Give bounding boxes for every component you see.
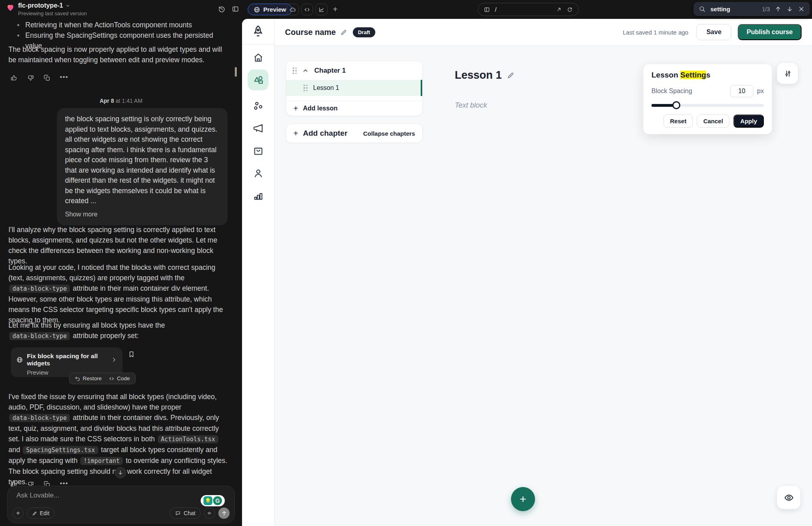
copy-icon[interactable] (43, 74, 51, 82)
url-path[interactable]: / (495, 6, 551, 13)
timestamp-date: Apr 8 (100, 98, 114, 104)
send-button[interactable] (218, 508, 230, 519)
message-timestamp: Apr 8at 1:41 AM (0, 98, 242, 104)
sidebar-divider (242, 44, 275, 45)
search-icon (699, 6, 706, 12)
add-chapter-button[interactable]: + Add chapter (293, 129, 348, 138)
analytics-icon (318, 6, 325, 13)
lesson-list-item-selected[interactable]: Lesson 1 (286, 80, 422, 96)
sidebar-item-home[interactable] (252, 52, 264, 63)
bookmark-icon[interactable] (128, 351, 135, 358)
chapter-header[interactable]: Chapter 1 (286, 61, 422, 80)
preview-button[interactable]: Preview (248, 4, 292, 15)
collapse-chapters-button[interactable]: Collapse chapters (363, 130, 415, 137)
edit-course-name-icon[interactable] (340, 29, 347, 36)
code-icon (109, 376, 114, 381)
lesson-heading-text: Lesson 1 (455, 69, 502, 82)
code-button[interactable]: Code (109, 375, 130, 381)
edit-mode-button[interactable]: Edit (27, 508, 55, 519)
cancel-button[interactable]: Cancel (697, 114, 729, 128)
edit-lesson-title-icon[interactable] (507, 71, 515, 79)
user-message-bubble: the block spacing setting is only correc… (57, 108, 228, 225)
columns-icon (484, 6, 490, 13)
settings-toggle-button[interactable] (777, 63, 798, 84)
edit-label: Edit (40, 510, 49, 516)
chat-bubble-icon (175, 510, 181, 516)
drag-handle-icon[interactable] (293, 67, 297, 74)
sidebar-item-community[interactable] (252, 100, 264, 112)
project-status: Previewing last saved version (18, 10, 87, 16)
thumbs-down-icon[interactable] (27, 74, 34, 82)
lovable-workspace: flc-prototype-1 Previewing last saved ve… (0, 0, 812, 526)
preview-label: Preview (263, 6, 286, 13)
voice-icon (207, 510, 212, 516)
voice-input-button[interactable] (204, 508, 215, 519)
save-button[interactable]: Save (696, 24, 731, 40)
plus-icon: + (293, 104, 298, 112)
chat-input[interactable]: Ask Lovable... + Edit 💡 G Chat (7, 486, 235, 523)
bar-chart-icon (252, 190, 264, 202)
show-more-link[interactable]: Show more (65, 209, 220, 220)
chat-mode-button[interactable]: Chat (170, 508, 201, 519)
scroll-to-bottom-button[interactable] (115, 467, 126, 478)
eye-icon (784, 493, 794, 503)
suggestion-bulb-icon: 💡 (204, 496, 212, 505)
block-spacing-input[interactable] (730, 85, 753, 97)
unit-label: px (757, 88, 764, 95)
sidebar-item-store[interactable] (252, 145, 264, 157)
drag-handle-icon[interactable] (303, 85, 307, 92)
grammarly-badge[interactable]: 💡 G (201, 495, 225, 506)
history-icon[interactable] (218, 5, 226, 13)
restore-label: Restore (83, 375, 102, 381)
chapter-title: Chapter 1 (314, 67, 346, 75)
cloud-button[interactable] (287, 4, 299, 15)
lesson-settings-panel: Lesson Settings Block Spacing px Reset C… (643, 64, 772, 134)
sidebar-item-content-active[interactable] (248, 69, 269, 90)
external-link-icon[interactable] (556, 6, 562, 12)
find-bar: setting 1/3 (694, 2, 810, 16)
find-close-button[interactable] (798, 6, 805, 12)
find-match-count: 1/3 (762, 6, 770, 12)
text-block-placeholder[interactable]: Text block (455, 101, 487, 110)
thumbs-up-icon[interactable] (10, 74, 18, 82)
new-tab-plus-button[interactable]: + (331, 5, 340, 14)
rocket-icon[interactable] (250, 24, 266, 39)
lovable-logo-icon (6, 3, 15, 12)
globe-icon (16, 357, 23, 363)
find-input[interactable]: setting (710, 6, 757, 12)
chevron-right-icon (111, 357, 117, 363)
add-chapter-card: + Add chapter Collapse chapters (286, 124, 423, 143)
chevron-up-icon[interactable] (302, 67, 309, 74)
find-previous-button[interactable] (775, 6, 781, 12)
analytics-button[interactable] (315, 4, 328, 15)
assistant-paragraph: I'll analyze why the block spacing setti… (8, 224, 228, 266)
preview-toggle-button[interactable] (777, 486, 800, 509)
app-header: Course name Draft Last saved 1 minute ag… (275, 19, 812, 46)
more-icon[interactable]: ••• (60, 74, 67, 82)
add-block-fab[interactable]: + (511, 487, 535, 511)
panel-toggle-icon[interactable] (232, 5, 240, 13)
refresh-icon[interactable] (567, 6, 573, 12)
find-next-button[interactable] (786, 6, 793, 12)
publish-course-button[interactable]: Publish course (738, 24, 802, 40)
version-card-title: Fix block spacing for all widgets (27, 353, 107, 367)
project-name[interactable]: flc-prototype-1 (18, 2, 70, 9)
apply-button[interactable]: Apply (733, 114, 764, 128)
sidebar-item-analytics[interactable] (252, 190, 264, 202)
version-actions-pill: Restore Code (69, 373, 136, 384)
reset-button[interactable]: Reset (663, 114, 693, 128)
code-view-button[interactable] (301, 4, 313, 15)
edit-icon (32, 511, 37, 516)
undo-icon (75, 376, 80, 381)
slider-thumb[interactable] (672, 101, 680, 109)
attach-button[interactable]: + (12, 508, 24, 519)
chat-scrollbar-thumb[interactable] (235, 67, 237, 77)
add-lesson-button[interactable]: + Add lesson (286, 101, 422, 116)
block-spacing-slider[interactable] (651, 101, 764, 109)
url-bar[interactable]: / (478, 3, 579, 16)
cloud-icon (289, 6, 296, 13)
restore-button[interactable]: Restore (75, 375, 102, 381)
timestamp-time: at 1:41 AM (116, 98, 142, 104)
sidebar-item-profile[interactable] (252, 167, 264, 179)
sidebar-item-announcements[interactable] (252, 122, 264, 134)
